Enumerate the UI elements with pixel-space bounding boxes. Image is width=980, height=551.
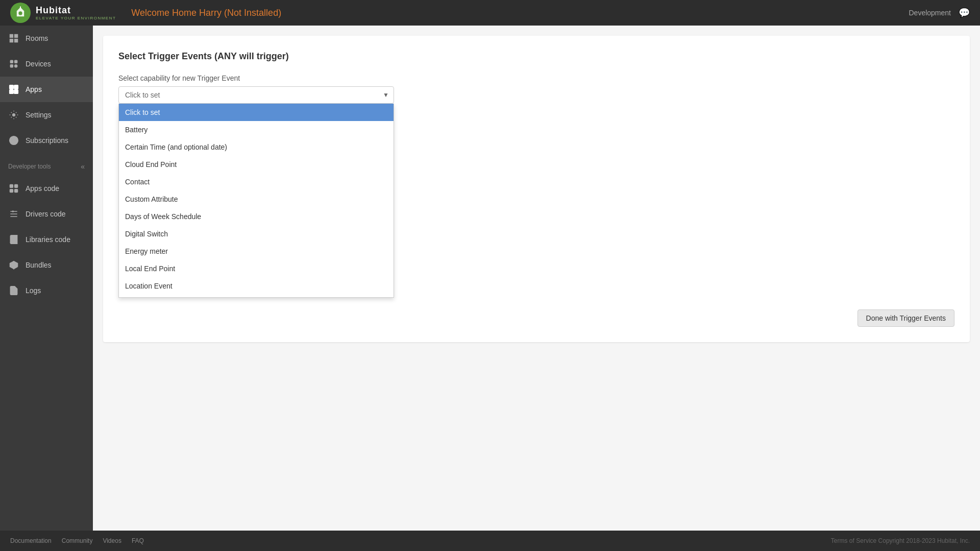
dropdown-item-cloud-end-point[interactable]: Cloud End Point [119,156,394,173]
devices-icon [8,58,19,69]
sidebar: Rooms Devices Apps [0,26,93,531]
libraries-code-label: Libraries code [26,235,70,244]
footer: Documentation Community Videos FAQ Terms… [0,531,980,551]
logs-icon [8,285,19,296]
svg-rect-8 [10,65,13,67]
logo-icon [10,3,31,23]
collapse-icon[interactable]: « [81,162,85,171]
logo-subtitle: Elevate Your Environment [36,16,116,20]
main-layout: Rooms Devices Apps [0,26,980,531]
sidebar-item-devices[interactable]: Devices [0,51,93,77]
svg-point-14 [13,114,15,116]
svg-rect-19 [15,189,18,193]
apps-code-label: Apps code [26,184,59,193]
footer-copyright: Terms of Service Copyright 2018-2023 Hub… [831,537,970,544]
sidebar-item-libraries-code[interactable]: Libraries code [0,227,93,252]
subscriptions-icon [8,135,19,146]
dropdown-item-location-event[interactable]: Location Event [119,277,394,295]
notification-icon[interactable]: 💬 [959,7,970,18]
apps-code-icon [8,183,19,194]
footer-links: Documentation Community Videos FAQ [10,537,144,544]
svg-rect-5 [15,39,18,42]
rooms-label: Rooms [26,34,48,42]
header: Hubitat Elevate Your Environment Welcome… [0,0,980,26]
done-trigger-events-button[interactable]: Done with Trigger Events [857,309,954,327]
select-label: Select capability for new Trigger Event [118,74,954,82]
dropdown-item-battery[interactable]: Battery [119,121,394,138]
logo-text: Hubitat Elevate Your Environment [36,5,116,20]
bundles-label: Bundles [26,261,52,269]
svg-rect-11 [14,85,18,89]
dropdown-item-days-of-week[interactable]: Days of Week Schedule [119,208,394,225]
sidebar-item-apps[interactable]: Apps [0,77,93,102]
svg-point-9 [15,65,17,67]
svg-rect-10 [10,85,14,89]
apps-label: Apps [26,85,42,93]
svg-rect-18 [10,189,13,193]
drivers-code-label: Drivers code [26,210,66,218]
footer-community-link[interactable]: Community [62,537,93,544]
svg-rect-3 [15,35,18,38]
subscriptions-label: Subscriptions [26,136,68,145]
env-label: Development [909,9,951,17]
sidebar-item-drivers-code[interactable]: Drivers code [0,201,93,227]
dropdown-item-click-to-set[interactable]: Click to set [119,104,394,121]
footer-documentation-link[interactable]: Documentation [10,537,52,544]
developer-tools-section: Developer tools « [0,157,93,176]
sidebar-item-subscriptions[interactable]: Subscriptions [0,128,93,153]
dropdown-item-lock[interactable]: Lock [119,295,394,298]
settings-label: Settings [26,111,52,119]
dropdown-item-local-end-point[interactable]: Local End Point [119,260,394,277]
svg-rect-6 [10,60,13,63]
developer-tools-label: Developer tools [8,163,51,170]
footer-faq-link[interactable]: FAQ [132,537,144,544]
header-right: Development 💬 [909,7,970,18]
svg-point-1 [18,11,22,15]
settings-icon [8,109,19,121]
sidebar-item-bundles[interactable]: Bundles [0,252,93,278]
libraries-code-icon [8,234,19,245]
svg-rect-4 [10,39,13,42]
dropdown-list: Click to setBatteryCertain Time (and opt… [118,104,394,298]
sidebar-item-logs[interactable]: Logs [0,278,93,303]
footer-videos-link[interactable]: Videos [103,537,121,544]
bundles-icon [8,259,19,271]
svg-rect-7 [15,60,17,63]
drivers-code-icon [8,208,19,220]
dropdown-item-custom-attribute[interactable]: Custom Attribute [119,190,394,208]
dropdown-item-certain-time[interactable]: Certain Time (and optional date) [119,138,394,156]
main-card: Select Trigger Events (ANY will trigger)… [103,36,970,342]
svg-rect-12 [10,90,14,94]
card-title: Select Trigger Events (ANY will trigger) [118,51,954,62]
dropdown-item-energy-meter[interactable]: Energy meter [119,243,394,260]
capability-select-wrapper: Click to set ▼ Click to setBatteryCertai… [118,86,394,104]
svg-rect-13 [14,90,18,94]
header-title: Welcome Home Harry (Not Installed) [131,8,909,18]
rooms-icon [8,33,19,44]
sidebar-item-settings[interactable]: Settings [0,102,93,128]
devices-label: Devices [26,60,51,68]
sidebar-item-apps-code[interactable]: Apps code [0,176,93,201]
capability-select[interactable]: Click to set [118,86,394,104]
logo: Hubitat Elevate Your Environment [10,3,116,23]
content-area: Select Trigger Events (ANY will trigger)… [93,26,980,531]
svg-point-23 [12,210,14,212]
svg-rect-16 [10,185,13,188]
dropdown-item-contact[interactable]: Contact [119,173,394,190]
svg-rect-17 [15,185,18,188]
svg-rect-2 [10,35,13,38]
sidebar-item-rooms[interactable]: Rooms [0,26,93,51]
select-value: Click to set [125,91,160,99]
logo-title: Hubitat [36,5,116,16]
dropdown-item-digital-switch[interactable]: Digital Switch [119,225,394,243]
apps-icon [8,84,19,95]
logs-label: Logs [26,286,41,295]
